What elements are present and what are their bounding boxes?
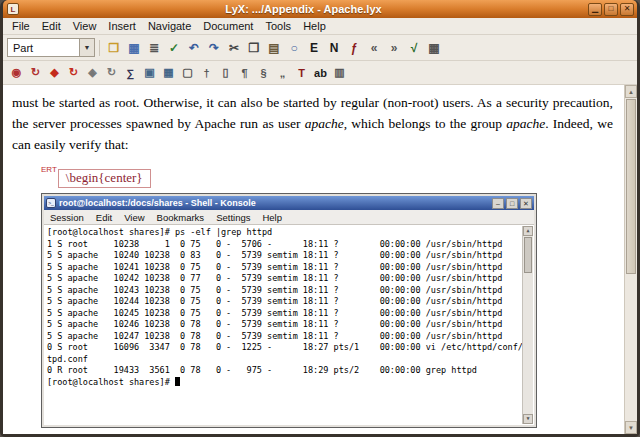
insert-table-icon[interactable]: ▦: [424, 38, 444, 58]
terminal-lines: [root@localhost shares]# ps -elf |grep h…: [47, 227, 520, 377]
terminal-line: 5 S apache 10247 10238 0 78 0 - 5739 sem…: [47, 331, 520, 343]
konsole-minimize-button: –: [492, 198, 504, 209]
terminal-cursor: [175, 377, 180, 386]
insert-float-icon[interactable]: ▢: [178, 63, 197, 82]
chevron-down-icon[interactable]: ▼: [79, 39, 94, 56]
window-title: LyX: .../Appendix - Apache.lyx: [19, 3, 588, 15]
print-icon[interactable]: ≣: [144, 38, 164, 58]
extra-toolbar: ◉↻◆↻◈↻∑▣▦▢†▯¶§„Tab▥: [3, 61, 637, 85]
insert-graphics-icon[interactable]: ▣: [140, 63, 159, 82]
increase-depth-icon[interactable]: »: [384, 38, 404, 58]
cut-icon[interactable]: ✂: [224, 38, 244, 58]
menu-help[interactable]: Help: [297, 19, 332, 33]
update-ps-icon[interactable]: ↻: [102, 63, 121, 82]
find-replace-icon[interactable]: ○: [284, 38, 304, 58]
insert-ert-icon[interactable]: T: [292, 63, 311, 82]
scroll-down-icon: ▼: [523, 414, 533, 424]
menu-navigate[interactable]: Navigate: [142, 19, 197, 33]
menu-tools[interactable]: Tools: [259, 19, 297, 33]
insert-table-icon[interactable]: ▦: [159, 63, 178, 82]
konsole-maximize-button: □: [506, 198, 518, 209]
konsole-menu-help: Help: [262, 212, 282, 223]
view-ps-icon[interactable]: ◈: [83, 63, 102, 82]
scroll-up-icon: ▲: [523, 226, 533, 236]
undo-icon[interactable]: ↶: [184, 38, 204, 58]
terminal-output: [root@localhost shares]# ps -elf |grep h…: [44, 225, 534, 425]
paragraph-text: , which belongs to the group: [344, 116, 507, 131]
paragraph-style-value: Part: [8, 42, 79, 54]
paragraph-style-selector[interactable]: Part ▼: [7, 38, 95, 57]
terminal-line: 5 S apache 10243 10238 0 75 0 - 5739 sem…: [47, 285, 520, 297]
copy-icon[interactable]: ❐: [244, 38, 264, 58]
menu-view[interactable]: View: [67, 19, 103, 33]
lyx-window: L LyX: .../Appendix - Apache.lyx ▁ □ ✕ F…: [0, 0, 640, 437]
view-pdf-icon[interactable]: ◆: [45, 63, 64, 82]
menu-file[interactable]: File: [6, 19, 36, 33]
math-mode-icon[interactable]: √: [404, 38, 424, 58]
terminal-line: 5 S apache 10244 10238 0 75 0 - 5739 sem…: [47, 296, 520, 308]
minimize-button[interactable]: ▁: [588, 3, 602, 16]
scroll-down-icon[interactable]: ▼: [625, 421, 637, 434]
document-scrollbar[interactable]: ▲ ▼: [624, 85, 637, 434]
konsole-titlebar: >_ root@localhost:/docs/shares - Shell -…: [44, 196, 534, 210]
insert-citation-icon[interactable]: „: [273, 63, 292, 82]
terminal-line: [root@localhost shares]# ps -elf |grep h…: [47, 227, 520, 239]
open-icon[interactable]: ❒: [104, 38, 124, 58]
terminal-line: 5 S apache 10240 10238 0 83 0 - 5739 sem…: [47, 250, 520, 262]
decrease-depth-icon[interactable]: «: [364, 38, 384, 58]
menu-edit[interactable]: Edit: [36, 19, 67, 33]
document-content[interactable]: must be started as root. Otherwise, it c…: [3, 85, 623, 434]
scroll-up-icon[interactable]: ▲: [625, 85, 637, 98]
insert-label-icon[interactable]: §: [254, 63, 273, 82]
save-icon[interactable]: ▦: [124, 38, 144, 58]
ert-inset[interactable]: ERT \begin{center}: [41, 165, 613, 188]
terminal-line: 1 S root 10238 1 0 75 0 - 5706 - 18:11 ?…: [47, 239, 520, 251]
paste-icon[interactable]: ▤: [264, 38, 284, 58]
konsole-menu-settings: Settings: [216, 212, 250, 223]
spellcheck-icon[interactable]: ✓: [164, 38, 184, 58]
titlebar[interactable]: L LyX: .../Appendix - Apache.lyx ▁ □ ✕: [3, 0, 637, 18]
konsole-menu-view: View: [124, 212, 144, 223]
redo-icon[interactable]: ↷: [204, 38, 224, 58]
italic-apache-group: apache: [506, 116, 545, 131]
menu-document[interactable]: Document: [197, 19, 259, 33]
konsole-scrollbar: ▲ ▼: [522, 226, 533, 424]
lyx-app-icon: L: [7, 3, 19, 15]
document-area: must be started as root. Otherwise, it c…: [3, 85, 637, 434]
konsole-menu-edit: Edit: [96, 212, 112, 223]
noun-icon[interactable]: N: [324, 38, 344, 58]
konsole-close-button: ✕: [520, 198, 532, 209]
ert-inset-content: \begin{center}: [58, 169, 151, 188]
main-toolbar: Part ▼ ❒▦≣✓↶↷✂❐▤○ENƒ«»√▦: [3, 35, 637, 61]
thesaurus-icon[interactable]: ▥: [330, 63, 349, 82]
insert-math-icon[interactable]: ∑: [121, 63, 140, 82]
emphasis-icon[interactable]: E: [304, 38, 324, 58]
font-icon[interactable]: ƒ: [344, 38, 364, 58]
embedded-konsole-screenshot[interactable]: >_ root@localhost:/docs/shares - Shell -…: [41, 193, 537, 428]
paragraph[interactable]: must be started as root. Otherwise, it c…: [12, 92, 613, 155]
terminal-line: 5 S apache 10246 10238 0 78 0 - 5739 sem…: [47, 319, 520, 331]
insert-index-icon[interactable]: ¶: [235, 63, 254, 82]
update-dvi-icon[interactable]: ↻: [26, 63, 45, 82]
konsole-app-icon: >_: [46, 198, 56, 208]
toolbar2-icons: ◉↻◆↻◈↻∑▣▦▢†▯¶§„Tab▥: [7, 63, 349, 82]
terminal-line: 0 R root 19433 3561 0 78 0 - 975 - 18:29…: [47, 365, 520, 377]
konsole-menu-session: Session: [50, 212, 84, 223]
terminal-line: 5 S apache 10245 10238 0 75 0 - 5739 sem…: [47, 308, 520, 320]
maximize-button[interactable]: □: [604, 3, 618, 16]
italic-apache-user: apache: [305, 116, 344, 131]
konsole-menubar: SessionEditViewBookmarksSettingsHelp: [44, 210, 534, 225]
close-button[interactable]: ✕: [620, 3, 634, 16]
toolbar1-icons: ❒▦≣✓↶↷✂❐▤○ENƒ«»√▦: [104, 38, 444, 58]
update-pdf-icon[interactable]: ↻: [64, 63, 83, 82]
document-scrollbar-thumb[interactable]: [626, 99, 636, 274]
text-style-icon[interactable]: ab: [311, 63, 330, 82]
toolbar-separator: [99, 40, 100, 56]
insert-footnote-icon[interactable]: †: [197, 63, 216, 82]
ert-inset-label: ERT: [41, 165, 57, 174]
insert-margin-icon[interactable]: ▯: [216, 63, 235, 82]
menu-insert[interactable]: Insert: [102, 19, 142, 33]
konsole-window-title: root@localhost:/docs/shares - Shell - Ko…: [59, 198, 489, 208]
view-dvi-icon[interactable]: ◉: [7, 63, 26, 82]
konsole-menu-bookmarks: Bookmarks: [157, 212, 205, 223]
